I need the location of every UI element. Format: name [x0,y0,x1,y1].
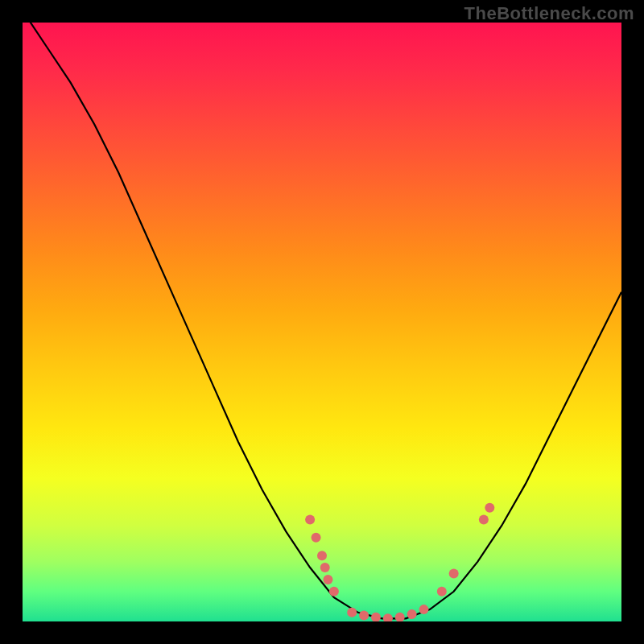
watermark-text: TheBottleneck.com [464,3,634,24]
chart-gradient-background [23,23,621,621]
